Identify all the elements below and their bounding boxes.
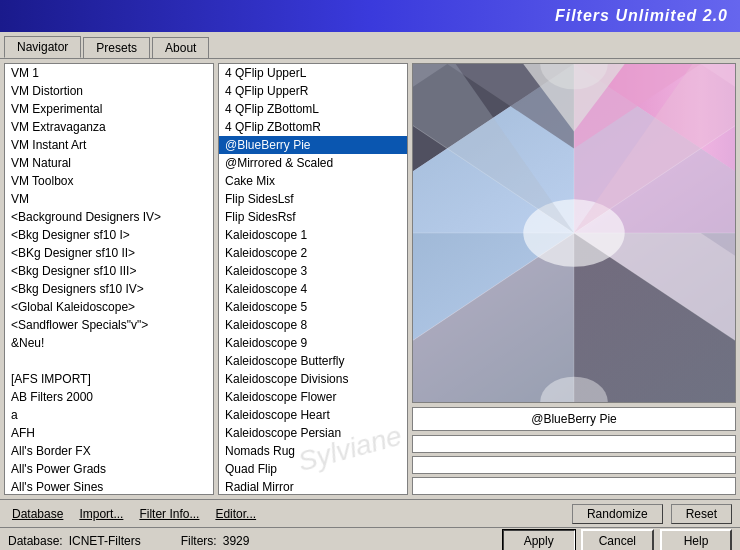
list-item[interactable]: Kaleidoscope 1: [219, 226, 407, 244]
list-item[interactable]: [5, 352, 213, 370]
tab-bar: Navigator Presets About: [0, 32, 740, 59]
list-item[interactable]: [AFS IMPORT]: [5, 370, 213, 388]
list-item[interactable]: Kaleidoscope 9: [219, 334, 407, 352]
list-item[interactable]: Kaleidoscope 2: [219, 244, 407, 262]
list-item[interactable]: &Neu!: [5, 334, 213, 352]
desc-line-3: [412, 477, 736, 495]
database-status: Database: ICNET-Filters: [8, 534, 141, 548]
list-item[interactable]: <Bkg Designers sf10 IV>: [5, 280, 213, 298]
filters-value: 3929: [223, 534, 250, 548]
list-item[interactable]: AFH: [5, 424, 213, 442]
filters-status: Filters: 3929: [181, 534, 250, 548]
list-item[interactable]: VM Natural: [5, 154, 213, 172]
reset-button[interactable]: Reset: [671, 504, 732, 524]
list-item[interactable]: Kaleidoscope 5: [219, 298, 407, 316]
list-item[interactable]: <Global Kaleidoscope>: [5, 298, 213, 316]
help-button[interactable]: Help: [660, 529, 732, 551]
list-item[interactable]: VM Distortion: [5, 82, 213, 100]
list-item[interactable]: All's Power Sines: [5, 478, 213, 495]
desc-line-1: [412, 435, 736, 453]
list-item[interactable]: Kaleidoscope Butterfly: [219, 352, 407, 370]
preview-image: [413, 64, 735, 402]
preview-box: [412, 63, 736, 403]
list-item[interactable]: <Sandflower Specials"v">: [5, 316, 213, 334]
list-item[interactable]: <BKg Designer sf10 II>: [5, 244, 213, 262]
list-item[interactable]: 4 QFlip UpperR: [219, 82, 407, 100]
filter-name-display: @BlueBerry Pie: [412, 407, 736, 431]
list-item[interactable]: Kaleidoscope 3: [219, 262, 407, 280]
filter-info-button[interactable]: Filter Info...: [135, 507, 203, 521]
list-item[interactable]: 4 QFlip ZBottomL: [219, 100, 407, 118]
list-item[interactable]: VM 1: [5, 64, 213, 82]
list-item[interactable]: 4 QFlip ZBottomR: [219, 118, 407, 136]
list-item[interactable]: Kaleidoscope 8: [219, 316, 407, 334]
database-value: ICNET-Filters: [69, 534, 141, 548]
status-bar: Database: ICNET-Filters Filters: 3929 Ap…: [0, 527, 740, 550]
editor-button[interactable]: Editor...: [211, 507, 260, 521]
list-item[interactable]: VM Experimental: [5, 100, 213, 118]
list-item[interactable]: a: [5, 406, 213, 424]
list-item[interactable]: VM Extravaganza: [5, 118, 213, 136]
list-item[interactable]: Kaleidoscope Flower: [219, 388, 407, 406]
desc-line-2: [412, 456, 736, 474]
list-item[interactable]: All's Power Grads: [5, 460, 213, 478]
list-item[interactable]: <Background Designers IV>: [5, 208, 213, 226]
list-item[interactable]: @Mirrored & Scaled: [219, 154, 407, 172]
tab-navigator[interactable]: Navigator: [4, 36, 81, 58]
cancel-button[interactable]: Cancel: [581, 529, 654, 551]
list-item[interactable]: VM Toolbox: [5, 172, 213, 190]
list-item[interactable]: Cake Mix: [219, 172, 407, 190]
filter-list[interactable]: 4 QFlip UpperL 4 QFlip UpperR 4 QFlip ZB…: [218, 63, 408, 495]
list-item[interactable]: Flip SidesRsf: [219, 208, 407, 226]
database-button[interactable]: Database: [8, 507, 67, 521]
tab-presets[interactable]: Presets: [83, 37, 150, 58]
import-button[interactable]: Import...: [75, 507, 127, 521]
database-label: Database:: [8, 534, 63, 548]
list-item[interactable]: Kaleidoscope Divisions: [219, 370, 407, 388]
list-item[interactable]: Kaleidoscope Heart: [219, 406, 407, 424]
list-item[interactable]: <Bkg Designer sf10 I>: [5, 226, 213, 244]
filter-list-wrapper: 4 QFlip UpperL 4 QFlip UpperR 4 QFlip ZB…: [218, 63, 408, 495]
list-item[interactable]: Kaleidoscope Persian: [219, 424, 407, 442]
list-item[interactable]: Quad Flip: [219, 460, 407, 478]
right-panel: @BlueBerry Pie: [412, 63, 736, 495]
list-item[interactable]: Flip SidesLsf: [219, 190, 407, 208]
tab-about[interactable]: About: [152, 37, 209, 58]
filters-label: Filters:: [181, 534, 217, 548]
list-item[interactable]: 4 QFlip UpperL: [219, 64, 407, 82]
list-item[interactable]: VM: [5, 190, 213, 208]
list-item[interactable]: VM Instant Art: [5, 136, 213, 154]
list-item[interactable]: <Bkg Designer sf10 III>: [5, 262, 213, 280]
randomize-button[interactable]: Randomize: [572, 504, 663, 524]
main-content: VM 1 VM Distortion VM Experimental VM Ex…: [0, 59, 740, 499]
apply-button[interactable]: Apply: [503, 530, 575, 551]
app-title: Filters Unlimited 2.0: [555, 7, 728, 25]
list-item[interactable]: All's Border FX: [5, 442, 213, 460]
description-lines: [412, 435, 736, 495]
toolbar-right: Randomize Reset: [572, 504, 732, 524]
list-item[interactable]: AB Filters 2000: [5, 388, 213, 406]
list-item[interactable]: Nomads Rug: [219, 442, 407, 460]
action-buttons: Apply Cancel Help: [503, 529, 732, 551]
list-item[interactable]: Radial Mirror: [219, 478, 407, 495]
list-item-selected[interactable]: @BlueBerry Pie: [219, 136, 407, 154]
list-item[interactable]: Kaleidoscope 4: [219, 280, 407, 298]
category-list[interactable]: VM 1 VM Distortion VM Experimental VM Ex…: [4, 63, 214, 495]
title-bar: Filters Unlimited 2.0: [0, 0, 740, 32]
toolbar: Database Import... Filter Info... Editor…: [0, 499, 740, 527]
